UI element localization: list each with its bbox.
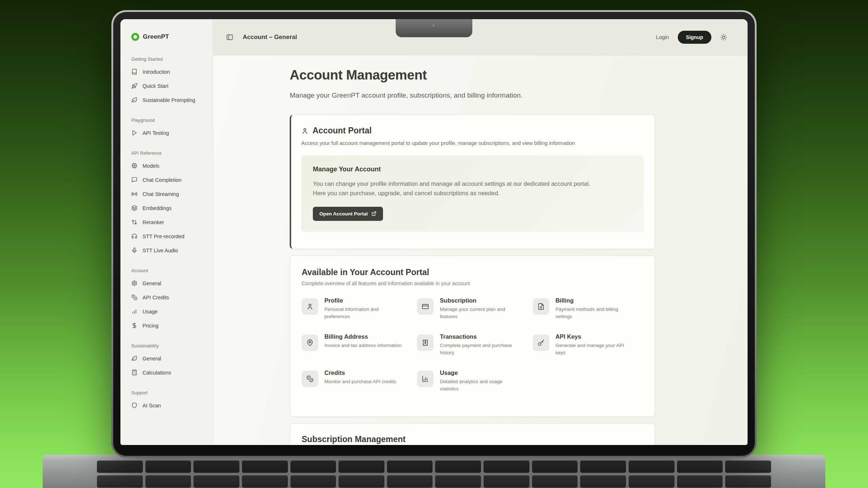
feature-title: API Keys <box>556 333 633 340</box>
sidebar-item-api-credits[interactable]: API Credits <box>131 290 206 304</box>
sidebar-item-sustainable-prompting[interactable]: Sustainable Prompting <box>131 93 206 107</box>
feature-title: Billing Address <box>324 333 401 340</box>
dollar-icon <box>131 322 137 329</box>
open-account-portal-button[interactable]: Open Account Portal <box>313 207 383 221</box>
leaf-icon <box>131 97 137 103</box>
sidebar-section-sustainability: Sustainability <box>131 343 206 348</box>
sidebar-item-label: Pricing <box>142 323 158 329</box>
feature-description: Detailed analytics and usage statistics <box>440 378 518 393</box>
sidebar-item-ai-scan[interactable]: AI Scan <box>131 398 206 412</box>
sidebar-item-calculations[interactable]: Calculations <box>131 365 206 380</box>
sidebar-item-label: API Credits <box>142 295 169 300</box>
leaf-icon <box>131 355 137 361</box>
sidebar-item-stt-prerecorded[interactable]: STT Pre-recorded <box>131 229 206 243</box>
page-title: Account Management <box>290 68 748 83</box>
feature-title: Subscription <box>440 297 518 304</box>
microphone-icon <box>131 247 137 253</box>
manage-account-panel: Manage Your Account You can change your … <box>301 155 644 232</box>
sidebar-item-usage[interactable]: Usage <box>131 304 206 318</box>
user-icon <box>301 127 309 134</box>
bar-chart-icon <box>417 371 434 387</box>
laptop-keyboard <box>97 461 771 488</box>
features-card-subtitle: Complete overview of all features and in… <box>302 281 643 286</box>
feature-description: Personal information and preferences <box>324 306 402 321</box>
signup-button[interactable]: Signup <box>678 31 711 44</box>
sidebar-item-account-general[interactable]: General <box>131 276 206 290</box>
sidebar-item-label: STT Live Audio <box>142 248 178 253</box>
sidebar-item-label: Usage <box>142 309 158 314</box>
laptop-notch <box>396 19 472 37</box>
bar-chart-icon <box>131 308 137 314</box>
laptop-bezel: GreenPT Getting Started Introduction Qui… <box>113 12 755 456</box>
sidebar-item-label: General <box>142 281 161 286</box>
manage-account-body: You can change your profile information … <box>313 179 591 198</box>
desktop-background: GreenPT Getting Started Introduction Qui… <box>0 0 868 488</box>
user-icon <box>302 298 318 315</box>
subscription-management-title: Subscription Management <box>302 435 643 444</box>
manage-account-title: Manage Your Account <box>313 166 632 173</box>
browser-viewport: GreenPT Getting Started Introduction Qui… <box>120 19 748 445</box>
main-area: Account – General Login Signup Account M… <box>213 19 748 445</box>
feature-title: Usage <box>440 369 518 376</box>
account-portal-title: Account Portal <box>312 126 372 136</box>
account-portal-card: Account Portal Access your full account … <box>290 115 655 249</box>
sidebar-item-label: Chat Streaming <box>142 191 179 197</box>
sidebar-item-sustainability-general[interactable]: General <box>131 351 206 365</box>
portal-features-card: Available in Your Account Portal Complet… <box>290 256 655 417</box>
rocket-icon <box>131 83 137 89</box>
sidebar-item-label: Introduction <box>142 69 170 75</box>
account-portal-description: Access your full account management port… <box>301 140 644 146</box>
sidebar-item-models[interactable]: Models <box>131 159 206 173</box>
login-link[interactable]: Login <box>656 34 669 40</box>
arrows-up-down-icon <box>131 219 137 225</box>
brand-logo[interactable]: GreenPT <box>131 33 206 41</box>
breadcrumb: Account – General <box>243 34 297 41</box>
sidebar-section-playground: Playground <box>131 118 206 123</box>
feature-usage: Usage Detailed analytics and usage stati… <box>417 369 527 406</box>
sidebar-item-label: API Testing <box>142 130 169 136</box>
sidebar-item-label: Reranker <box>142 219 164 225</box>
sidebar-toggle-icon[interactable] <box>226 34 233 41</box>
feature-transactions: Transactions Complete payment and purcha… <box>417 333 527 369</box>
sidebar-item-label: Chat Completion <box>142 177 182 183</box>
coins-icon <box>302 371 318 387</box>
feature-title: Transactions <box>440 333 518 340</box>
radio-icon <box>131 191 137 197</box>
calculator-icon <box>131 369 137 376</box>
gear-icon <box>131 280 137 286</box>
sidebar-item-label: Quick Start <box>142 83 169 89</box>
sidebar-item-introduction[interactable]: Introduction <box>131 65 206 79</box>
sidebar-item-pricing[interactable]: Pricing <box>131 318 206 333</box>
webcam-icon <box>432 24 436 28</box>
sidebar-item-label: STT Pre-recorded <box>142 234 184 239</box>
topbar-actions: Login Signup <box>656 31 727 44</box>
shield-icon <box>131 402 137 408</box>
sun-icon[interactable] <box>720 34 727 41</box>
sidebar-section-support: Support <box>131 390 206 395</box>
brand-name: GreenPT <box>143 33 169 40</box>
sidebar-item-label: Calculations <box>142 370 171 376</box>
sidebar-item-api-testing[interactable]: API Testing <box>131 126 206 140</box>
feature-api-keys: API Keys Generate and manage your API ke… <box>533 333 643 369</box>
sidebar-item-chat-completion[interactable]: Chat Completion <box>131 173 206 187</box>
message-icon <box>131 177 137 183</box>
sidebar-item-chat-streaming[interactable]: Chat Streaming <box>131 187 206 201</box>
features-grid: Profile Personal information and prefere… <box>302 297 643 406</box>
play-icon <box>131 130 137 136</box>
sidebar-section-api-reference: API Reference <box>131 151 206 156</box>
sidebar-item-embeddings[interactable]: Embeddings <box>131 201 206 215</box>
sidebar-item-stt-live-audio[interactable]: STT Live Audio <box>131 243 206 257</box>
feature-title: Billing <box>556 297 633 304</box>
account-portal-header: Account Portal <box>301 126 644 136</box>
sidebar: GreenPT Getting Started Introduction Qui… <box>120 19 213 445</box>
sidebar-item-reranker[interactable]: Reranker <box>131 215 206 229</box>
topbar: Account – General Login Signup <box>213 19 748 55</box>
file-text-icon <box>533 298 549 315</box>
features-card-title: Available in Your Account Portal <box>302 267 643 277</box>
feature-profile: Profile Personal information and prefere… <box>302 297 412 333</box>
map-pin-icon <box>302 334 318 351</box>
sidebar-item-quick-start[interactable]: Quick Start <box>131 79 206 93</box>
headphones-icon <box>131 233 137 239</box>
receipt-icon <box>417 334 434 351</box>
greenpt-logo-icon <box>131 33 139 41</box>
